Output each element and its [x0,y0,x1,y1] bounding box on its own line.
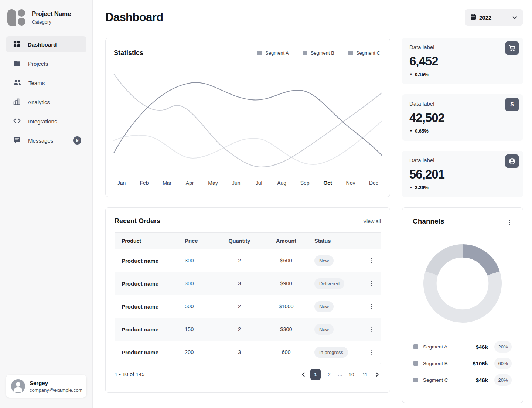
percent-badge: 20% [494,374,512,386]
row-menu-icon[interactable] [368,347,374,357]
trend-up-icon: ▲ [409,186,413,189]
brand-logo-icon [7,8,25,27]
sidebar-item-projects[interactable]: Projects [6,55,86,72]
page-ellipsis: … [338,372,343,377]
chevron-down-icon [512,15,517,20]
main-content: Dashboard 2022 Statistics [93,0,532,408]
sidebar-item-label: Dashboard [28,41,57,48]
percent-badge: 60% [494,358,512,369]
stat-delta: ▲ 2.29% [409,185,516,190]
x-axis-labels: Jan Feb Mar Apr May Jun Jul Aug Sep Oct … [117,180,378,186]
legend-segment-c: Segment C [348,50,380,56]
cart-icon [505,41,519,55]
next-page-icon[interactable] [374,371,381,378]
sidebar-item-messages[interactable]: Messages 9 [6,132,86,149]
sidebar-item-dashboard[interactable]: Dashboard [6,36,86,52]
table-header-row: Product Price Quantity Amount Status [115,233,381,249]
channels-legend-row: Segment C $46k 20% [413,372,512,388]
statistics-title: Statistics [114,49,143,57]
brand: Project Name Category [0,0,92,27]
status-badge: New [314,324,334,335]
donut-segment-a [463,244,500,275]
prev-page-icon[interactable] [300,371,307,378]
highlighted-month: Oct [323,180,332,186]
user-email: company@example.com [30,387,82,393]
line-segment-c [114,121,382,164]
page-header: Dashboard 2022 [105,9,523,26]
sidebar: Project Name Category Dashboard Projects [0,0,93,408]
dollar-icon: $ [505,98,519,111]
legend-swatch-icon [303,51,307,55]
user-profile[interactable]: Sergey company@example.com [6,375,86,398]
page-title: Dashboard [105,11,163,24]
page-button-10[interactable]: 10 [346,369,357,380]
donut-segment-c [425,244,463,275]
status-badge: New [314,301,334,312]
sidebar-item-teams[interactable]: Teams [6,75,86,91]
legend-swatch-icon [257,51,262,55]
legend-segment-b: Segment B [303,50,334,56]
page-button-2[interactable]: 2 [324,369,334,380]
sidebar-item-label: Messages [28,137,53,144]
messages-badge: 9 [73,136,81,144]
legend-swatch-icon [413,378,418,382]
channels-legend: Segment A $46k 20% Segment B $106k 60% [413,339,512,388]
dashboard-grid-icon [13,40,20,48]
sidebar-nav: Dashboard Projects Teams Analytics [0,36,92,149]
donut-segment-b [423,271,502,323]
page-button-11[interactable]: 11 [360,369,370,380]
app-window: Project Name Category Dashboard Projects [0,0,532,408]
stat-value: 6,452 [409,54,516,68]
stat-card-revenue: Data label 42,502 ▼ 0.65% $ [402,94,523,141]
year-selector[interactable]: 2022 [465,9,523,26]
channels-legend-row: Segment B $106k 60% [413,355,512,372]
page-button-1[interactable]: 1 [310,369,321,380]
pagination: 1 - 10 of 145 1 2 … 10 11 [115,369,381,380]
statistics-card: Statistics Segment A Segment B [105,38,390,197]
sidebar-item-label: Analytics [28,99,50,105]
table-row: Product name 500 2 $1000 New [115,295,381,318]
view-all-link[interactable]: View all [363,218,381,224]
recent-orders-card: Recent Orders View all Product Price Qua… [105,207,390,393]
row-menu-icon[interactable] [368,279,374,288]
users-icon [13,79,21,87]
sidebar-item-analytics[interactable]: Analytics [6,94,86,110]
orders-table: Product Price Quantity Amount Status Pro… [115,232,381,364]
status-badge: New [314,255,334,266]
user-name: Sergey [30,380,82,386]
table-row: Product name 300 3 $900 Delivered [115,272,381,295]
trend-down-icon: ▼ [409,73,413,76]
stat-value: 42,502 [409,111,516,125]
avatar [11,379,25,393]
brand-name: Project Name [32,10,71,18]
stat-card-orders: Data label 6,452 ▼ 0.15% [402,38,523,84]
line-chart [108,69,387,176]
stat-value: 56,201 [409,167,516,181]
sidebar-item-integrations[interactable]: Integrations [6,113,86,129]
pagination-summary: 1 - 10 of 145 [115,371,144,377]
bar-chart-icon [13,98,20,106]
calendar-icon [471,14,476,21]
table-row: Product name 200 3 600 In progress [115,341,381,364]
row-menu-icon[interactable] [368,302,374,311]
orders-title: Recent Orders [115,217,160,225]
code-icon [13,118,21,125]
legend-segment-a: Segment A [257,50,289,56]
chart-legend: Segment A Segment B Segment C [257,50,380,56]
status-badge: In progress [314,347,348,358]
brand-category: Category [32,19,71,25]
table-row: Product name 150 2 $300 New [115,318,381,341]
sidebar-item-label: Teams [28,80,45,86]
trend-down-icon: ▼ [409,129,413,133]
donut-chart [422,243,503,324]
sidebar-item-label: Integrations [28,118,57,125]
row-menu-icon[interactable] [368,324,374,334]
table-row: Product name 300 2 $600 New [115,249,381,272]
stat-card-users: Data label 56,201 ▲ 2.29% [402,151,523,197]
channels-menu-icon[interactable] [507,217,512,227]
folder-icon [13,60,21,68]
channels-title: Channels [413,217,444,225]
row-menu-icon[interactable] [368,256,374,265]
sidebar-item-label: Projects [28,61,48,67]
channels-card: Channels Segment A [402,207,523,403]
